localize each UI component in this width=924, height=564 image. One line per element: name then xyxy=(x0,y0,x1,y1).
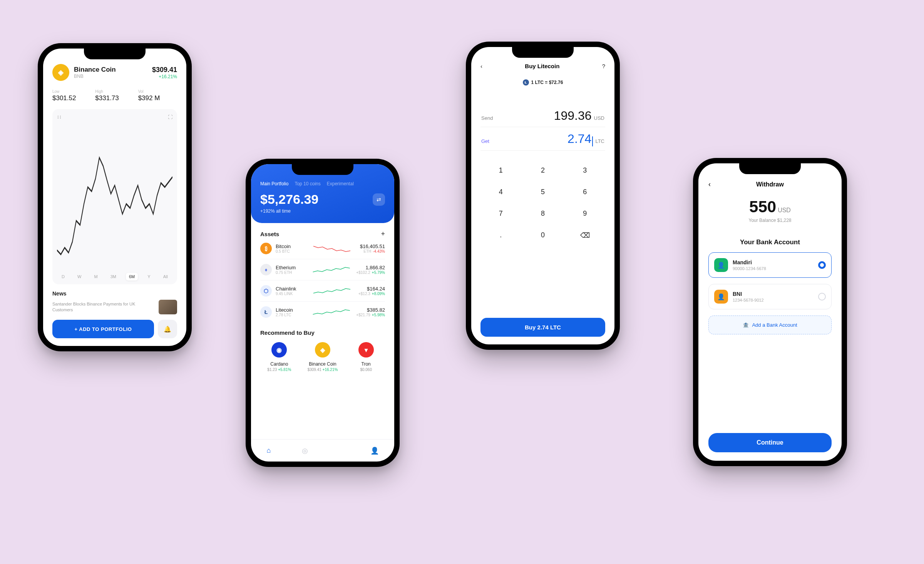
buy-button[interactable]: Buy 2.74 LTC xyxy=(480,318,605,337)
bank-account-option[interactable]: 👤Mandiri90000-1234-5678 xyxy=(708,252,832,278)
key-9[interactable]: 9 xyxy=(565,204,605,224)
asset-change: +8.09% xyxy=(372,292,385,296)
asset-change: +5.79% xyxy=(372,270,385,275)
asset-price: $164.24 xyxy=(357,286,385,292)
get-label: Get xyxy=(481,138,489,144)
swap-icon[interactable]: ⇄ xyxy=(373,193,385,206)
key-4[interactable]: 4 xyxy=(480,182,521,202)
sparkline xyxy=(310,286,353,295)
tab-home-icon[interactable]: ⌂ xyxy=(266,446,271,455)
phone-buy: ‹ Buy Litecoin ? Ł 1 LTC = $72.76 Send 1… xyxy=(466,42,620,350)
exchange-rate: Ł 1 LTC = $72.76 xyxy=(480,79,605,86)
portfolio-tab[interactable]: Top 10 coins xyxy=(295,181,320,186)
range-m[interactable]: M xyxy=(91,273,100,280)
sparkline xyxy=(310,244,353,253)
vol-label: Vol xyxy=(138,89,177,94)
key-8[interactable]: 8 xyxy=(522,204,563,224)
page-title: Withdraw xyxy=(708,181,832,188)
news-headline: Santander Blocks Binance Payments for UK… xyxy=(52,301,155,313)
news-thumbnail xyxy=(159,300,177,314)
key-1[interactable]: 1 xyxy=(480,161,521,181)
tab-profile-icon[interactable]: 👤 xyxy=(370,446,379,455)
low-label: Low xyxy=(52,89,91,94)
price-chart[interactable] xyxy=(57,120,172,271)
portfolio-tabs: Main PortfolioTop 10 coinsExperimental xyxy=(260,181,385,186)
asset-row[interactable]: ŁLitecoin2.78 LTC$385.82+$21.79+5.98% xyxy=(260,302,385,322)
rate-text: 1 LTC = $72.76 xyxy=(531,80,563,85)
asset-row[interactable]: ⬡Chainlink9.45 LINK$164.24+$12.3+8.09% xyxy=(260,280,385,302)
assets-title: Assets xyxy=(260,231,279,237)
candle-toggle-icon[interactable]: ⫶⫶ xyxy=(57,114,62,120)
bank-plus-icon: 🏦 xyxy=(743,322,749,328)
bank-number: 90000-1234-5678 xyxy=(733,266,814,271)
key-0[interactable]: 0 xyxy=(522,225,563,245)
continue-button[interactable]: Continue xyxy=(708,433,832,452)
coin-name: Binance Coin xyxy=(74,66,147,74)
radio-indicator xyxy=(818,261,826,269)
rec-coin-icon: ◈ xyxy=(315,342,330,358)
alert-bell-button[interactable]: 🔔 xyxy=(158,320,177,338)
expand-icon[interactable]: ⛶ xyxy=(168,114,172,120)
amount-value: 550 xyxy=(749,198,776,216)
screen-portfolio: Main PortfolioTop 10 coinsExperimental $… xyxy=(251,164,394,462)
asset-holding: 9.45 LINK xyxy=(276,292,306,296)
news-item[interactable]: Santander Blocks Binance Payments for UK… xyxy=(52,300,177,314)
phone-coin-detail: ◈ Binance Coin BNB $309.41 +16.21% Low$3… xyxy=(38,43,192,351)
amount-unit: USD xyxy=(778,207,791,213)
asset-price: $16,405.51 xyxy=(357,243,385,249)
recommend-item[interactable]: ▾Tron$0.060 xyxy=(347,342,385,372)
coin-symbol: BNB xyxy=(74,74,147,79)
range-d[interactable]: D xyxy=(59,273,68,280)
key-backspace[interactable]: ⌫ xyxy=(565,225,605,245)
rec-price: $0.060 xyxy=(347,368,385,372)
asset-row[interactable]: ♦Etherium0.75 ETH1,866.82+$102.2+5.79% xyxy=(260,259,385,280)
range-all[interactable]: All xyxy=(160,273,171,280)
get-row[interactable]: Get 2.74LTC xyxy=(480,127,605,151)
range-3m[interactable]: 3M xyxy=(107,273,119,280)
add-asset-button[interactable]: + xyxy=(381,230,385,238)
key-3[interactable]: 3 xyxy=(565,161,605,181)
tab-explore-icon[interactable]: ◎ xyxy=(302,446,308,455)
eth-icon: ♦ xyxy=(260,264,272,275)
bank-account-option[interactable]: 👤BNI1234-5678-9012 xyxy=(708,284,832,309)
help-button[interactable]: ? xyxy=(602,63,605,69)
add-to-portfolio-button[interactable]: + ADD TO PORTFOLIO xyxy=(52,320,154,338)
bottom-tabbar: ⌂ ◎ 👤 xyxy=(251,439,394,462)
send-unit: USD xyxy=(594,115,604,121)
rec-price: $1.23 +5.81% xyxy=(260,368,298,372)
recommend-item[interactable]: ◉Cardano$1.23 +5.81% xyxy=(260,342,298,372)
key-6[interactable]: 6 xyxy=(565,182,605,202)
rec-coin-icon: ▾ xyxy=(358,342,374,358)
key-5[interactable]: 5 xyxy=(522,182,563,202)
ltc-icon: Ł xyxy=(260,306,272,318)
range-y[interactable]: Y xyxy=(144,273,153,280)
asset-change: +5.98% xyxy=(372,313,385,317)
key-2[interactable]: 2 xyxy=(522,161,563,181)
send-row[interactable]: Send 199.36USD xyxy=(480,104,605,127)
coin-price: $309.41 xyxy=(152,66,177,74)
add-bank-label: Add a Bank Account xyxy=(752,322,797,328)
screen-withdraw: ‹ Withdraw 550USD Your Balance $1,228 Yo… xyxy=(698,163,842,461)
litecoin-icon: Ł xyxy=(523,79,529,86)
asset-row[interactable]: ₿Bitcoin0.5 BTC$16,405.51ETH-4.43% xyxy=(260,238,385,259)
numeric-keypad: 123456789.0⌫ xyxy=(480,161,605,245)
get-value: 2.74 xyxy=(567,132,591,146)
portfolio-tab[interactable]: Main Portfolio xyxy=(260,181,288,186)
portfolio-tab[interactable]: Experimental xyxy=(327,181,354,186)
notch xyxy=(512,47,574,58)
phone-portfolio: Main PortfolioTop 10 coinsExperimental $… xyxy=(246,159,400,467)
bank-name: Mandiri xyxy=(733,259,814,265)
asset-name: Chainlink xyxy=(276,286,306,292)
range-6m[interactable]: 6M xyxy=(126,273,138,280)
key-7[interactable]: 7 xyxy=(480,204,521,224)
back-button[interactable]: ‹ xyxy=(480,63,482,69)
range-w[interactable]: W xyxy=(74,273,84,280)
notch xyxy=(292,164,353,175)
key-dot[interactable]: . xyxy=(480,225,521,245)
add-bank-account-button[interactable]: 🏦 Add a Bank Account xyxy=(708,316,832,334)
notch xyxy=(84,49,146,59)
screen-buy: ‹ Buy Litecoin ? Ł 1 LTC = $72.76 Send 1… xyxy=(471,47,614,344)
recommend-item[interactable]: ◈Binance Coin$309.41 +16.21% xyxy=(304,342,342,372)
binance-icon: ◈ xyxy=(52,64,69,81)
recommend-heading: Recommend to Buy xyxy=(260,329,385,336)
